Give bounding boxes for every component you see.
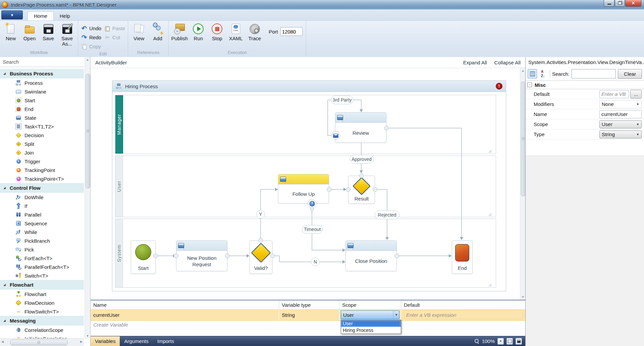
clear-button[interactable]: Clear <box>618 69 642 79</box>
process-header[interactable]: Hiring Process ! <box>112 81 506 92</box>
canvas-vertical-scrollbar[interactable]: ▲ ▼ <box>520 68 526 300</box>
toolbox-item-join[interactable]: Join <box>0 148 84 157</box>
port[interactable] <box>384 126 389 130</box>
port[interactable] <box>346 187 351 192</box>
toolbox-item-start[interactable]: Start <box>0 96 84 105</box>
redo-button[interactable]: Redo <box>79 33 103 42</box>
lane-resize-grip[interactable] <box>488 149 491 153</box>
error-icon[interactable]: ! <box>496 83 502 90</box>
edge-label-rejected[interactable]: Rejected <box>375 211 399 219</box>
paste-button[interactable]: Paste <box>103 24 126 33</box>
lane-resize-grip[interactable] <box>488 213 491 216</box>
save-button[interactable]: Save <box>39 22 58 41</box>
hiring-process-activity[interactable]: Hiring Process ! Manager User System <box>112 80 506 291</box>
lane-system-label[interactable]: System <box>115 219 123 287</box>
column-scope[interactable]: Scope <box>339 300 401 309</box>
node-valid[interactable]: Valid? <box>250 240 272 274</box>
variable-row[interactable]: currentUser String User ▼ <box>91 309 525 321</box>
save-as-button[interactable]: Save As... <box>58 22 76 47</box>
toolbox-item-flowdecision[interactable]: FlowDecision <box>0 298 84 307</box>
port[interactable] <box>153 253 158 258</box>
tree-group-flowchart[interactable]: Flowchart <box>0 280 84 290</box>
toolbox-item-trackingpoint-t[interactable]: TrackingPoint<T> <box>0 174 84 183</box>
trace-button[interactable]: Trace <box>245 22 264 41</box>
edge-label-timeout[interactable]: Timeout <box>302 225 323 234</box>
toolbox-item-flowchart[interactable]: Flowchart <box>0 290 84 298</box>
scope-option-user[interactable]: User <box>341 320 401 327</box>
toolbox-item-decision[interactable]: Decision <box>0 131 84 139</box>
tab-arguments[interactable]: Arguments <box>120 336 153 346</box>
port[interactable] <box>359 173 364 178</box>
tree-group-control-flow[interactable]: Control Flow <box>0 183 84 193</box>
node-result[interactable]: Result <box>348 176 375 204</box>
minimize-button[interactable] <box>604 0 614 7</box>
default-value-input[interactable] <box>599 90 629 98</box>
port[interactable] <box>373 187 377 192</box>
message-port[interactable] <box>331 131 340 140</box>
categorize-button[interactable] <box>528 69 537 78</box>
toolbox-horizontal-scrollbar[interactable]: ◀ ▶ <box>0 338 84 346</box>
toolbox-item-split[interactable]: Split <box>0 139 84 148</box>
toolbox-item-task[interactable]: Task<T1,T2> <box>0 122 84 131</box>
toolbox-item-state[interactable]: State <box>0 113 84 122</box>
port[interactable] <box>270 253 275 258</box>
timer-port[interactable] <box>308 199 316 208</box>
toolbox-search-input[interactable] <box>0 57 84 67</box>
lane-manager-label[interactable]: Manager <box>115 95 123 154</box>
tab-home[interactable]: Home <box>28 11 54 20</box>
xaml-button[interactable]: XAML <box>226 22 245 41</box>
sort-alphabetical-button[interactable] <box>539 69 548 78</box>
column-name[interactable]: Name <box>91 300 279 309</box>
design-canvas[interactable]: Hiring Process ! Manager User System <box>91 68 520 300</box>
node-follow-up[interactable]: Follow Up <box>278 174 329 204</box>
port-input[interactable] <box>280 27 303 36</box>
create-variable-row[interactable]: Create Variable <box>91 321 525 329</box>
expression-editor-button[interactable]: ... <box>630 90 642 99</box>
variable-type-cell[interactable]: String <box>279 309 339 321</box>
port[interactable] <box>174 253 178 258</box>
view-button[interactable]: View <box>129 22 148 41</box>
toolbox-item-correlationscope[interactable]: CorrelationScope <box>0 326 84 334</box>
publish-button[interactable]: Publish <box>170 22 189 41</box>
breadcrumb[interactable]: ActivityBuilder <box>95 60 127 65</box>
node-new-position-request[interactable]: New Position Request <box>176 240 227 271</box>
toolbox-item-if[interactable]: If <box>0 201 84 210</box>
toolbox-item-trackingpoint[interactable]: TrackingPoint <box>0 166 84 174</box>
column-default[interactable]: Default <box>401 300 525 309</box>
copy-button[interactable]: Copy <box>79 42 103 51</box>
node-start[interactable]: Start <box>131 240 156 274</box>
collapse-all-link[interactable]: Collapse All <box>494 60 521 65</box>
default-expression-input[interactable] <box>404 310 523 319</box>
add-button[interactable]: Add <box>148 22 167 41</box>
toolbox-item-pick[interactable]: Pick <box>0 245 84 254</box>
scope-combobox-props[interactable]: User▼ <box>599 120 642 128</box>
restore-button[interactable] <box>615 0 625 7</box>
category-misc[interactable]: − Misc <box>526 80 644 89</box>
node-close-position[interactable]: Close Position <box>345 240 397 271</box>
toolbox-item-dowhile[interactable]: DoWhile <box>0 193 84 201</box>
overview-button[interactable] <box>516 338 522 345</box>
stop-button[interactable]: Stop <box>208 22 226 41</box>
modifiers-combobox[interactable]: None▼ <box>599 100 642 108</box>
toolbox-item-foreach[interactable]: ForEach<T> <box>0 254 84 263</box>
toolbox-item-end[interactable]: End <box>0 105 84 113</box>
toolbox-item-while[interactable]: While <box>0 228 84 236</box>
scope-option-hiring-process[interactable]: Hiring Process <box>341 327 401 334</box>
application-menu-button[interactable]: ▼ <box>1 10 23 19</box>
scope-combobox[interactable]: User ▼ <box>341 310 399 319</box>
toolbox-item-switch[interactable]: Switch<T> <box>0 271 84 280</box>
name-textbox[interactable]: currentUser <box>599 110 642 118</box>
lane-user-label[interactable]: User <box>115 156 123 217</box>
run-button[interactable]: Run <box>189 22 208 41</box>
undo-button[interactable]: Undo <box>79 24 103 33</box>
type-combobox[interactable]: String▼ <box>599 130 642 138</box>
edge-label-y[interactable]: Y <box>256 210 265 219</box>
toolbox-scroll-thumb[interactable] <box>86 74 90 188</box>
toolbox-vertical-scrollbar[interactable]: ▲ ▼ <box>85 57 90 339</box>
tab-variables[interactable]: Variables <box>91 336 120 346</box>
toolbox-item-trigger[interactable]: Trigger <box>0 157 84 166</box>
cut-button[interactable]: Cut <box>103 33 126 42</box>
zoom-dropdown-button[interactable]: ▼ <box>497 338 504 345</box>
toolbox-item-parallelforeach[interactable]: ParallelForEach<T> <box>0 263 84 271</box>
properties-search-input[interactable] <box>572 69 616 78</box>
